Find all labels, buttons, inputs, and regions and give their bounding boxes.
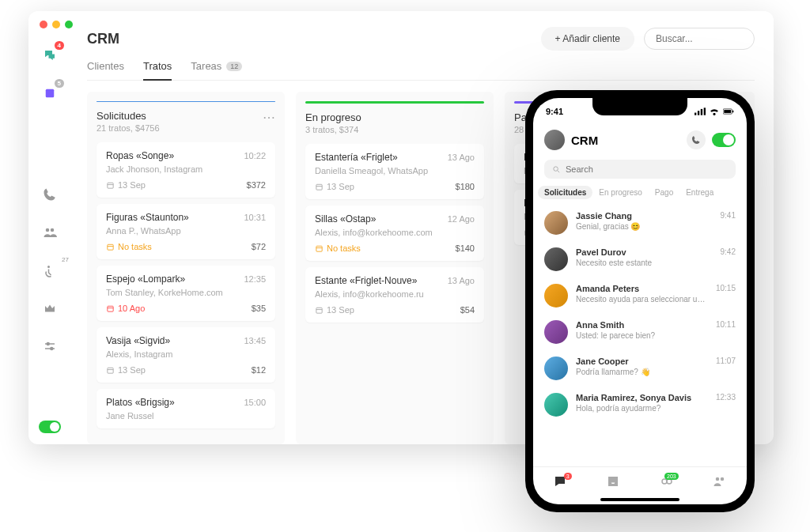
nav-chat[interactable]: 3 [553, 474, 567, 492]
deal-card[interactable]: Vasija «Sigvid»13:45Alexis, Instagram13 … [97, 327, 275, 383]
svg-rect-18 [316, 184, 322, 190]
card-price: $12 [252, 365, 266, 375]
card-title: Sillas «Ostap» [315, 213, 376, 224]
search-box[interactable] [644, 28, 755, 50]
calendar-icon [106, 243, 115, 251]
crm-badge: 5 [55, 79, 64, 88]
svg-point-7 [51, 348, 53, 350]
nav-inbox[interactable] [606, 474, 620, 492]
sliders-icon [43, 339, 57, 353]
contact-time: 10:15 [716, 284, 736, 292]
deal-card[interactable]: Estante «Friglet-Nouve»13 AgoAlexis, inf… [305, 267, 484, 323]
search-input[interactable] [656, 33, 774, 44]
contact-name: Jassie Chang [576, 211, 713, 221]
sidebar-settings[interactable] [39, 335, 61, 357]
svg-rect-32 [732, 111, 733, 113]
card-title: Estante «Friglet-Nouve» [315, 275, 417, 286]
svg-rect-29 [704, 108, 706, 115]
contact-item[interactable]: Amanda PetersNecesito ayuda para selecci… [544, 277, 736, 314]
calendar-icon [315, 244, 324, 253]
phone-tab[interactable]: En progreso [599, 188, 642, 197]
phone-tab[interactable]: Pago [655, 188, 673, 197]
contact-item[interactable]: Maria Ramirez, Sonya DavisHola, podría a… [544, 387, 736, 423]
card-subtitle: Alexis, info@korkehoome.ru [315, 289, 475, 299]
nav-link[interactable]: 203 [660, 474, 674, 492]
sidebar: 4 5 27 [28, 38, 71, 444]
phone-header: CRM [533, 125, 747, 155]
phone-search[interactable] [544, 160, 736, 179]
svg-rect-31 [724, 110, 731, 113]
calendar-icon [106, 304, 115, 313]
contact-item[interactable]: Jane CooperPodría llamarme? 👋11:07 [544, 350, 736, 387]
contact-name: Pavel Durov [576, 247, 713, 257]
card-time: 13 Ago [448, 153, 475, 162]
deal-card[interactable]: Figuras «Staunton»10:31Anna P., WhatsApp… [97, 204, 275, 259]
calendar-icon [106, 366, 115, 375]
phone-tab[interactable]: Entrega [686, 188, 713, 197]
contact-name: Anna Smith [576, 320, 708, 330]
nav-people[interactable] [713, 474, 727, 492]
sidebar-toggle[interactable] [39, 421, 61, 433]
svg-rect-16 [108, 368, 113, 373]
phone-avatar[interactable] [544, 130, 565, 150]
tab-badge: 12 [226, 62, 242, 71]
card-date: No tasks [315, 243, 361, 253]
contact-avatar [544, 393, 568, 417]
calendar-icon [315, 306, 324, 315]
sidebar-phone[interactable] [39, 183, 61, 206]
deal-card[interactable]: Estantería «Friglet»13 AgoDaniella Smeag… [305, 144, 484, 199]
header: CRM + Añadir cliente [87, 27, 755, 51]
contact-item[interactable]: Anna SmithUsted: le parece bien?10:11 [544, 314, 736, 350]
column-header: En progreso3 tratos, $374 [305, 111, 484, 134]
svg-rect-26 [695, 113, 696, 115]
close-window-icon[interactable] [40, 21, 47, 28]
card-title: Estantería «Friglet» [315, 152, 398, 163]
card-price: $140 [456, 243, 475, 253]
column-header: Solicitudes21 tratos, $4756⋯ [97, 110, 275, 133]
column-title: En progreso [305, 111, 361, 123]
sidebar-chat[interactable]: 4 [39, 44, 61, 66]
card-time: 15:00 [244, 398, 266, 407]
card-date: 13 Sep [315, 305, 354, 315]
phone-contact-list: Jassie ChangGenial, gracias 😊9:41Pavel D… [533, 205, 747, 466]
add-client-button[interactable]: + Añadir cliente [541, 27, 634, 51]
contact-avatar [544, 357, 568, 380]
sidebar-crm[interactable]: 5 [39, 82, 61, 104]
phone-tab[interactable]: Solicitudes [538, 186, 592, 199]
deal-card[interactable]: Ropas «Songe»10:22Jack Jhonson, Instagra… [97, 142, 275, 198]
tab-tareas[interactable]: Tareas12 [191, 60, 242, 80]
svg-point-2 [51, 228, 55, 232]
card-date: 13 Sep [315, 182, 354, 191]
sidebar-crown[interactable] [39, 297, 61, 319]
card-price: $180 [456, 182, 475, 191]
contact-item[interactable]: Jassie ChangGenial, gracias 😊9:41 [544, 205, 736, 241]
deal-card[interactable]: Espejo «Lompark»12:35Tom Stanley, KorkeH… [97, 266, 275, 321]
svg-rect-22 [316, 308, 322, 313]
deal-card[interactable]: Platos «Brigsig»15:00Jane Russel [97, 389, 275, 428]
contact-time: 11:07 [716, 357, 736, 365]
phone-search-input[interactable] [566, 164, 728, 174]
contact-time: 9:41 [721, 211, 736, 220]
sidebar-misc[interactable]: 27 [39, 259, 61, 281]
tab-tratos[interactable]: Tratos [143, 60, 172, 80]
tab-clientes[interactable]: Clientes [87, 60, 124, 80]
status-time: 9:41 [546, 107, 563, 116]
minimize-window-icon[interactable] [52, 21, 60, 28]
sidebar-contacts[interactable] [39, 221, 61, 243]
tab-label: Tareas [191, 60, 221, 72]
phone-toggle[interactable] [712, 133, 736, 147]
column-color-bar [97, 101, 275, 102]
deal-card[interactable]: Sillas «Ostap»12 AgoAlexis, info@korkeho… [305, 206, 484, 261]
home-indicator[interactable] [600, 498, 679, 501]
card-date: No tasks [106, 242, 152, 251]
contact-name: Jane Cooper [576, 357, 708, 366]
column-more-icon[interactable]: ⋯ [263, 110, 275, 125]
calendar-icon [315, 183, 324, 191]
signal-icon [695, 108, 706, 115]
svg-rect-10 [108, 183, 113, 188]
calendar-icon [106, 181, 115, 190]
phone-call-button[interactable] [687, 130, 706, 149]
svg-point-6 [47, 343, 49, 345]
contact-item[interactable]: Pavel DurovNecesito este estante9:42 [544, 241, 736, 277]
card-subtitle: Alexis, info@korkehoome.com [315, 228, 475, 237]
